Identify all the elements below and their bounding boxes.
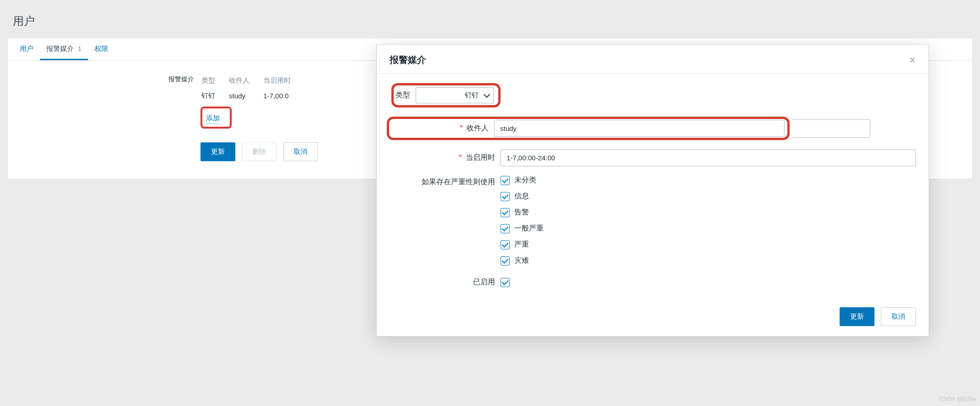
add-highlight: 添加 bbox=[200, 107, 232, 129]
media-modal: 报警媒介 × 类型 钉钉 * 收件人 bbox=[376, 44, 929, 337]
modal-update-button[interactable]: 更新 bbox=[840, 307, 874, 326]
severity-item-warning: 告警 bbox=[501, 208, 916, 217]
checkbox-average[interactable] bbox=[501, 224, 510, 233]
media-table: 类型 收件人 当启用时 钉钉 study 1-7,00:0 bbox=[200, 73, 305, 104]
checkbox-not-classified[interactable] bbox=[501, 176, 510, 185]
severity-item-disaster: 灾难 bbox=[501, 256, 916, 265]
sendto-highlight: * 收件人 bbox=[387, 117, 790, 140]
page-title: 用户 bbox=[0, 0, 980, 38]
severity-label-2: 告警 bbox=[514, 208, 529, 217]
close-icon[interactable]: × bbox=[909, 55, 916, 66]
type-select[interactable]: 钉钉 bbox=[416, 87, 494, 103]
severity-list: 未分类 信息 告警 一般严重 bbox=[501, 175, 916, 265]
checkbox-information[interactable] bbox=[501, 192, 510, 201]
severity-item-not-classified: 未分类 bbox=[501, 175, 916, 185]
cell-when: 1-7,00:0 bbox=[263, 89, 304, 103]
severity-item-average: 一般严重 bbox=[501, 224, 916, 233]
checkbox-warning[interactable] bbox=[501, 208, 510, 217]
tab-media-label: 报警媒介 bbox=[46, 45, 74, 52]
sendto-label: 收件人 bbox=[467, 124, 489, 132]
when-label: 当启用时 bbox=[466, 153, 495, 161]
severity-label-4: 严重 bbox=[514, 240, 529, 249]
table-row: 钉钉 study 1-7,00:0 bbox=[201, 89, 304, 103]
required-mark: * bbox=[459, 153, 462, 161]
delete-button: 删除 bbox=[242, 142, 277, 161]
table-header-row: 类型 收件人 当启用时 bbox=[201, 73, 304, 88]
severity-label: 如果存在严重性则使用 bbox=[390, 175, 501, 187]
type-select-value: 钉钉 bbox=[416, 87, 494, 103]
watermark: CSDN @乱码e bbox=[940, 395, 976, 403]
enabled-label: 已启用 bbox=[390, 277, 501, 287]
col-type: 类型 bbox=[201, 73, 228, 88]
modal-title: 报警媒介 bbox=[390, 54, 426, 66]
checkbox-disaster[interactable] bbox=[501, 256, 510, 265]
tab-media[interactable]: 报警媒介 1 bbox=[40, 38, 88, 60]
cell-type: 钉钉 bbox=[201, 89, 228, 103]
type-highlight: 类型 钉钉 bbox=[391, 83, 501, 107]
cancel-button[interactable]: 取消 bbox=[283, 142, 318, 161]
media-section-label: 报警媒介 bbox=[26, 73, 200, 84]
update-button[interactable]: 更新 bbox=[200, 142, 235, 161]
severity-label-5: 灾难 bbox=[514, 256, 529, 265]
add-media-link[interactable]: 添加 bbox=[206, 114, 220, 124]
when-row: * 当启用时 bbox=[390, 149, 916, 166]
col-when: 当启用时 bbox=[263, 73, 304, 88]
sendto-input[interactable] bbox=[494, 120, 785, 137]
tab-media-count: 1 bbox=[78, 45, 81, 52]
severity-item-information: 信息 bbox=[501, 192, 916, 201]
severity-row: 如果存在严重性则使用 未分类 信息 告警 bbox=[390, 175, 916, 265]
sendto-row: * 收件人 bbox=[387, 117, 916, 140]
type-label: 类型 bbox=[395, 90, 410, 100]
col-sendto: 收件人 bbox=[229, 73, 262, 88]
required-mark: * bbox=[460, 124, 462, 132]
sendto-label-wrap: * 收件人 bbox=[392, 124, 494, 133]
severity-label-0: 未分类 bbox=[514, 175, 536, 185]
tab-permissions[interactable]: 权限 bbox=[88, 38, 115, 60]
severity-label-3: 一般严重 bbox=[514, 224, 544, 233]
tab-user[interactable]: 用户 bbox=[13, 38, 40, 60]
when-input[interactable] bbox=[501, 149, 916, 166]
modal-body: 类型 钉钉 * 收件人 bbox=[377, 74, 929, 301]
modal-cancel-button[interactable]: 取消 bbox=[881, 307, 916, 326]
cell-sendto: study bbox=[229, 89, 262, 103]
severity-label-1: 信息 bbox=[514, 192, 529, 201]
enabled-row: 已启用 bbox=[390, 277, 916, 287]
checkbox-high[interactable] bbox=[501, 240, 510, 249]
type-row: 类型 钉钉 bbox=[390, 83, 916, 107]
checkbox-enabled[interactable] bbox=[501, 278, 510, 287]
severity-item-high: 严重 bbox=[501, 240, 916, 249]
modal-footer: 更新 取消 bbox=[377, 301, 929, 336]
modal-header: 报警媒介 × bbox=[377, 45, 929, 74]
